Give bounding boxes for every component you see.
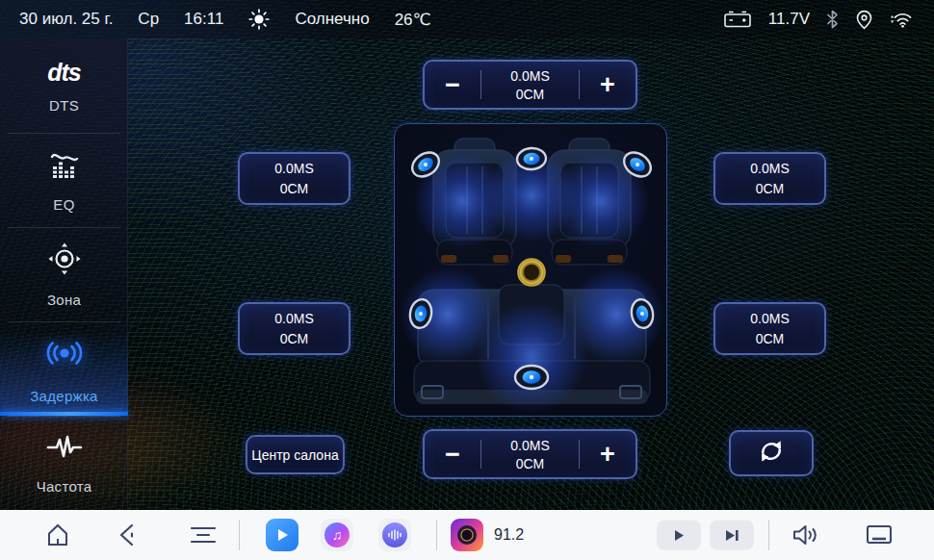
delay-control-rear-center: − 0.0MS 0CM + [423,429,637,479]
dock-divider [436,520,437,550]
dock-divider [768,520,769,550]
delay-cm: 0CM [756,181,785,196]
dock-divider [239,520,240,550]
decrease-button[interactable]: − [425,62,480,108]
cabin-center-button[interactable]: Центр салона [246,435,345,474]
voice-app-button[interactable] [378,519,411,551]
sidebar-item-label: Частота [37,478,92,495]
delay-value-rear-center: 0.0MS 0CM [481,438,579,471]
next-track-icon [710,521,754,550]
date-text: 30 июл. 25 г. [19,10,113,29]
delay-cm: 0CM [516,87,545,102]
weather-text: Солнечно [295,10,369,29]
delay-box-rear-right[interactable]: 0.0MS 0CM [713,302,826,355]
play-button[interactable] [657,521,701,550]
delay-cm: 0CM [280,331,309,346]
reset-button[interactable] [729,430,814,476]
speaker-front-center[interactable] [516,147,546,170]
next-track-button[interactable] [710,521,754,550]
sidebar-item-zone[interactable]: Зона [0,227,128,321]
dts-logo-icon: dts [47,59,81,87]
delay-box-front-right[interactable]: 0.0MS 0CM [713,152,826,205]
bottom-dock: ♫ 91.2 [0,510,934,560]
sidebar-item-label: Зона [47,292,81,308]
delay-ms: 0.0MS [510,68,549,84]
back-button[interactable] [116,522,141,547]
frequency-icon [45,431,84,468]
delay-icon [44,333,85,377]
music-app-button[interactable]: ♫ [321,519,353,551]
delay-cm: 0CM [756,331,785,346]
weekday-text: Ср [138,10,159,29]
increase-button[interactable]: + [580,431,636,477]
zone-icon [46,241,83,281]
decrease-button[interactable]: − [425,431,480,477]
car-battery-icon [723,10,752,29]
delay-ms: 0.0MS [274,161,313,176]
delay-box-rear-left[interactable]: 0.0MS 0CM [238,302,350,355]
equalizer-icon [47,147,82,186]
display-off-button[interactable] [865,523,894,547]
recent-apps-button[interactable] [189,522,218,547]
volume-button[interactable] [791,522,820,547]
increase-button[interactable]: + [580,62,636,108]
home-button[interactable] [44,522,71,548]
delay-control-front-center: − 0.0MS 0CM + [423,60,637,110]
delay-ms: 0.0MS [750,161,789,176]
voice-app-icon [378,519,411,551]
bluetooth-icon [826,10,839,29]
sidebar-item-label: EQ [53,196,74,213]
radio-app-icon [451,519,483,551]
delay-ms: 0.0MS [510,438,549,453]
voltage-text: 11.7V [768,10,810,29]
delay-cm: 0CM [516,456,545,471]
sidebar-item-label: DTS [49,97,79,114]
speaker-rear-center[interactable] [515,366,548,389]
delay-box-front-left[interactable]: 0.0MS 0CM [238,152,350,205]
radio-app-button[interactable] [451,519,483,551]
temperature-text: 26℃ [395,10,431,30]
speaker-seat-map [394,123,667,417]
sidebar: dts DTS EQ Зона Задержка Частота [0,38,128,510]
sun-icon [248,9,270,30]
status-bar: 30 июл. 25 г. Ср 16:11 Солнечно 26℃ 11.7… [0,0,934,38]
sidebar-item-label: Задержка [30,388,98,404]
time-text: 16:11 [184,10,223,29]
sidebar-item-dts[interactable]: dts DTS [0,38,128,133]
play-icon [657,521,701,550]
sidebar-item-frequency[interactable]: Частота [0,416,128,510]
delay-ms: 0.0MS [750,311,789,326]
location-icon [855,10,873,30]
video-app-button[interactable] [266,519,298,551]
radio-frequency-text: 91.2 [494,526,524,544]
center-knob [518,259,545,286]
sidebar-item-eq[interactable]: EQ [0,133,128,227]
sidebar-item-delay[interactable]: Задержка [0,321,128,416]
music-app-icon: ♫ [321,519,353,551]
head-unit-screen: 30 июл. 25 г. Ср 16:11 Солнечно 26℃ 11.7… [0,0,934,560]
reset-icon [756,436,787,471]
video-app-icon [266,519,298,551]
delay-cm: 0CM [280,181,309,196]
delay-ms: 0.0MS [274,311,313,326]
delay-value-front-center: 0.0MS 0CM [481,68,579,102]
wifi-icon [890,10,915,29]
